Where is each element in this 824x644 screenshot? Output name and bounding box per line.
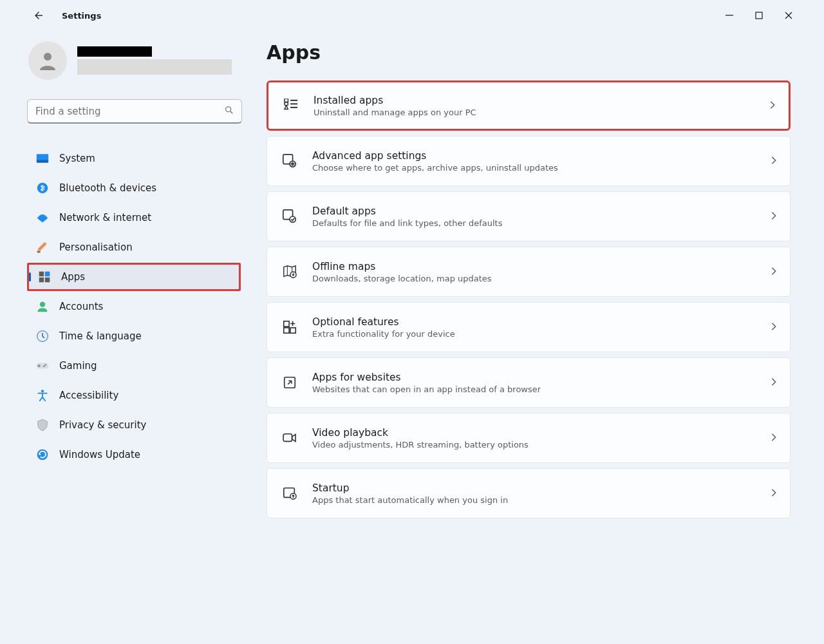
chevron-right-icon — [771, 432, 777, 444]
svg-line-4 — [230, 111, 232, 113]
websites-icon — [281, 374, 298, 391]
svg-point-16 — [44, 364, 46, 365]
advanced-icon — [281, 153, 298, 169]
time-icon — [36, 330, 49, 343]
back-button[interactable] — [31, 8, 46, 23]
sidebar-item-accounts[interactable]: Accounts — [27, 292, 241, 321]
apps-icon — [38, 270, 51, 283]
sidebar-item-label: Apps — [61, 271, 85, 283]
maps-icon — [281, 263, 298, 280]
card-video[interactable]: Video playbackVideo adjustments, HDR str… — [267, 413, 791, 463]
card-title: Installed apps — [314, 95, 476, 106]
sidebar-item-label: Personalisation — [59, 242, 133, 253]
window-title: Settings — [62, 11, 101, 21]
chevron-right-icon — [771, 211, 777, 223]
close-button[interactable] — [774, 5, 803, 26]
sidebar-item-system[interactable]: System — [27, 144, 241, 173]
svg-rect-20 — [290, 100, 297, 101]
minimize-icon — [726, 12, 733, 19]
sidebar-item-bluetooth[interactable]: Bluetooth & devices — [27, 174, 241, 202]
svg-rect-9 — [39, 272, 44, 277]
card-title: Optional features — [312, 316, 455, 328]
card-description: Websites that can open in an app instead… — [312, 384, 541, 394]
sidebar-item-label: Time & language — [59, 330, 142, 342]
chevron-right-icon — [771, 321, 777, 334]
card-title: Advanced app settings — [312, 150, 558, 162]
sidebar-item-network[interactable]: Network & internet — [27, 204, 241, 232]
titlebar: Settings — [15, 0, 809, 31]
maximize-button[interactable] — [744, 5, 774, 26]
search-icon — [224, 105, 234, 118]
card-maps[interactable]: Offline mapsDownloads, storage location,… — [267, 247, 791, 297]
card-defaults[interactable]: Default appsDefaults for file and link t… — [267, 191, 791, 242]
sidebar-item-update[interactable]: Windows Update — [27, 440, 241, 469]
accounts-icon — [36, 300, 49, 313]
svg-rect-6 — [37, 160, 48, 163]
defaults-icon — [281, 208, 298, 225]
user-email-redacted — [77, 59, 232, 75]
chevron-right-icon — [771, 266, 777, 278]
card-optional[interactable]: Optional featuresExtra functionality for… — [267, 302, 791, 352]
sidebar-item-gaming[interactable]: Gaming — [27, 352, 241, 380]
chevron-right-icon — [771, 488, 777, 500]
svg-rect-32 — [290, 328, 295, 333]
sidebar-item-label: Accessibility — [59, 390, 118, 401]
card-description: Downloads, storage location, map updates — [312, 274, 492, 283]
card-installed[interactable]: Installed appsUninstall and manage apps … — [267, 80, 791, 131]
user-name-redacted — [77, 46, 152, 57]
user-profile[interactable] — [27, 41, 241, 80]
svg-rect-12 — [45, 278, 50, 283]
page-title: Apps — [267, 41, 791, 64]
avatar — [28, 41, 67, 80]
card-startup[interactable]: StartupApps that start automatically whe… — [267, 468, 791, 518]
card-title: Apps for websites — [312, 372, 541, 383]
sidebar-item-label: Privacy & security — [59, 419, 146, 431]
card-websites[interactable]: Apps for websitesWebsites that can open … — [267, 357, 791, 408]
maximize-icon — [755, 12, 763, 19]
network-icon — [36, 211, 49, 224]
sidebar-item-label: Network & internet — [59, 212, 151, 223]
svg-point-3 — [226, 107, 231, 112]
card-title: Offline maps — [312, 261, 492, 272]
sidebar-item-accessibility[interactable]: Accessibility — [27, 381, 241, 410]
card-title: Startup — [312, 482, 508, 494]
optional-icon — [281, 319, 298, 336]
sidebar-item-label: Bluetooth & devices — [59, 182, 156, 194]
cards-list: Installed appsUninstall and manage apps … — [267, 80, 791, 518]
svg-point-2 — [44, 53, 52, 61]
card-title: Default apps — [312, 205, 502, 217]
content-area: Apps Installed appsUninstall and manage … — [247, 31, 809, 620]
system-icon — [36, 152, 49, 165]
search-input[interactable] — [27, 99, 242, 124]
sidebar-item-apps[interactable]: Apps — [27, 263, 241, 291]
back-arrow-icon — [33, 10, 44, 21]
chevron-right-icon — [769, 100, 776, 112]
svg-rect-23 — [285, 99, 288, 102]
card-title: Video playback — [312, 427, 529, 439]
card-description: Choose where to get apps, archive apps, … — [312, 163, 558, 173]
card-description: Extra functionality for your device — [312, 329, 455, 339]
sidebar-item-time[interactable]: Time & language — [27, 322, 241, 350]
sidebar-nav: SystemBluetooth & devicesNetwork & inter… — [27, 144, 241, 469]
video-icon — [281, 430, 298, 446]
svg-rect-10 — [45, 272, 50, 277]
svg-rect-0 — [726, 15, 733, 15]
minimize-button[interactable] — [715, 5, 744, 26]
sidebar-item-label: Accounts — [59, 301, 103, 312]
sidebar: SystemBluetooth & devicesNetwork & inter… — [15, 31, 247, 620]
installed-icon — [283, 97, 299, 114]
sidebar-item-label: Windows Update — [59, 449, 140, 460]
startup-icon — [281, 485, 298, 502]
sidebar-item-personalisation[interactable]: Personalisation — [27, 233, 241, 261]
svg-rect-11 — [39, 278, 44, 283]
sidebar-item-label: System — [59, 153, 95, 164]
sidebar-item-privacy[interactable]: Privacy & security — [27, 411, 241, 439]
svg-rect-1 — [756, 12, 762, 19]
card-advanced[interactable]: Advanced app settingsChoose where to get… — [267, 136, 791, 186]
chevron-right-icon — [771, 155, 777, 167]
gaming-icon — [36, 359, 49, 372]
bluetooth-icon — [36, 182, 49, 194]
svg-point-13 — [40, 302, 45, 307]
accessibility-icon — [36, 389, 49, 402]
svg-rect-22 — [290, 107, 297, 108]
